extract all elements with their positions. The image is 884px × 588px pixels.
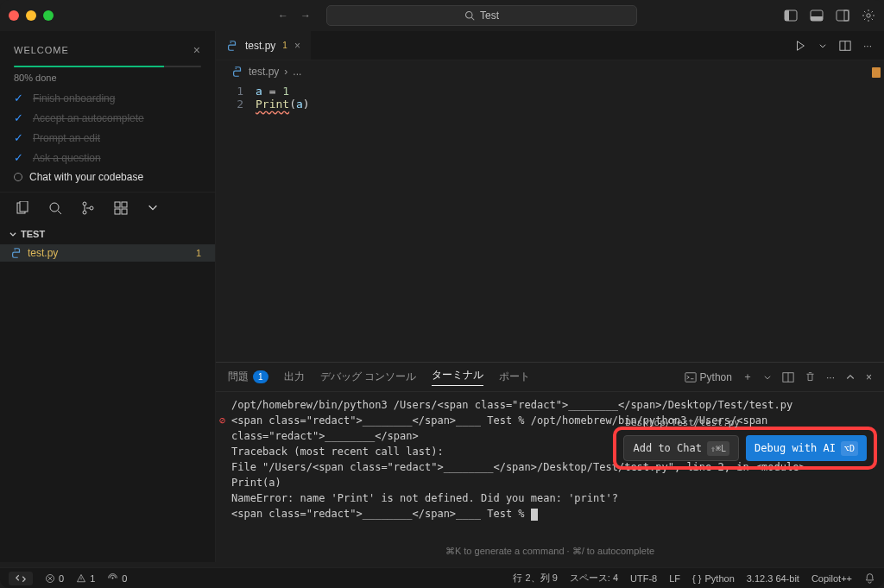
- close-icon[interactable]: ×: [193, 43, 201, 57]
- chevron-down-icon[interactable]: [818, 41, 827, 50]
- status-language[interactable]: { } Python: [692, 573, 735, 584]
- breadcrumb-sep: ›: [284, 66, 287, 78]
- status-spaces[interactable]: スペース: 4: [570, 572, 618, 585]
- panel-tabs: 問題 1 出力 デバッグ コンソール ターミナル ポート Python ＋ ·: [216, 363, 884, 392]
- tab-output[interactable]: 出力: [284, 370, 305, 384]
- svg-line-12: [58, 211, 61, 214]
- search-icon[interactable]: [48, 201, 62, 215]
- maximize-window-icon[interactable]: [43, 10, 54, 21]
- layout-secondary-icon[interactable]: [836, 9, 849, 22]
- terminal-line: /opt/homebrew/bin/python3 /Users/<span c…: [231, 397, 875, 413]
- settings-gear-icon[interactable]: [862, 9, 875, 22]
- status-interpreter[interactable]: 3.12.3 64-bit: [747, 573, 799, 584]
- welcome-check-item[interactable]: ✓Finish onboarding: [14, 92, 201, 104]
- trash-icon[interactable]: [805, 371, 816, 383]
- notifications-icon[interactable]: [864, 572, 875, 584]
- svg-point-15: [90, 206, 93, 210]
- check-icon: ✓: [14, 111, 26, 124]
- code-editor[interactable]: 1a = 12Print(a): [216, 83, 884, 112]
- kbd-shortcut: ⇧⌘L: [707, 441, 729, 456]
- minimize-window-icon[interactable]: [26, 10, 36, 21]
- python-file-icon: [231, 66, 243, 78]
- status-errors[interactable]: 0: [45, 573, 64, 584]
- progress-label: 80% done: [14, 73, 201, 83]
- more-icon[interactable]: ···: [863, 40, 872, 52]
- welcome-check-item[interactable]: ✓Prompt an edit: [14, 131, 201, 144]
- layout-primary-icon[interactable]: [784, 9, 798, 22]
- titlebar: ← → Test: [0, 0, 884, 31]
- split-editor-icon[interactable]: [839, 40, 851, 52]
- welcome-panel: WELCOME × 80% done ✓Finish onboarding✓Ac…: [0, 31, 215, 192]
- svg-rect-17: [122, 202, 127, 207]
- chevron-down-icon: [9, 230, 17, 238]
- close-panel-icon[interactable]: ×: [866, 371, 872, 383]
- terminal-body[interactable]: /opt/homebrew/bin/python3 /Users/<span c…: [216, 392, 884, 562]
- source-control-icon[interactable]: [81, 201, 95, 215]
- svg-point-11: [50, 203, 59, 212]
- tab-ports[interactable]: ポート: [499, 370, 530, 384]
- tab-dirty-badge: 1: [282, 41, 287, 50]
- welcome-check-item[interactable]: ✓Accept an autocomplete: [14, 111, 201, 124]
- kbd-shortcut: ⌥D: [841, 441, 858, 456]
- minimap-marker[interactable]: [872, 67, 881, 78]
- close-window-icon[interactable]: [9, 10, 19, 21]
- python-file-icon: [10, 247, 22, 259]
- explorer-icon[interactable]: [16, 201, 29, 215]
- chevron-up-icon[interactable]: [845, 372, 856, 383]
- status-warnings[interactable]: 1: [76, 573, 95, 584]
- command-center[interactable]: Test: [326, 5, 637, 26]
- titlebar-right: [784, 9, 875, 22]
- chevron-down-icon[interactable]: [763, 373, 772, 382]
- terminal-profile-label[interactable]: Python: [685, 371, 732, 383]
- chevron-down-icon[interactable]: [147, 201, 159, 215]
- new-terminal-icon[interactable]: ＋: [742, 370, 753, 384]
- tab-debug-console[interactable]: デバッグ コンソール: [320, 370, 416, 384]
- progress-bar: [14, 66, 201, 67]
- code-line: Print(a): [256, 98, 310, 111]
- nav-back-icon[interactable]: ←: [278, 9, 288, 22]
- status-encoding[interactable]: UTF-8: [630, 573, 657, 584]
- terminal-hint: ⌘K to generate a command · ⌘/ to autocom…: [216, 546, 884, 557]
- tab-test-py[interactable]: test.py 1 ×: [216, 31, 312, 60]
- file-badge: 1: [196, 248, 205, 258]
- svg-point-21: [230, 41, 231, 42]
- tab-close-icon[interactable]: ×: [294, 40, 300, 52]
- extensions-icon[interactable]: [114, 201, 128, 215]
- search-icon: [464, 10, 475, 21]
- svg-rect-3: [785, 10, 789, 21]
- svg-point-30: [112, 578, 114, 579]
- debug-with-ai-button[interactable]: Debug with AI ⌥D: [746, 435, 867, 461]
- status-copilot[interactable]: Copilot++: [811, 573, 852, 584]
- remote-indicator[interactable]: [9, 572, 33, 585]
- more-icon[interactable]: ···: [826, 371, 835, 383]
- layout-panel-icon[interactable]: [810, 9, 824, 22]
- welcome-title: WELCOME: [14, 45, 69, 55]
- check-icon: ✓: [14, 92, 26, 104]
- status-eol[interactable]: LF: [669, 573, 680, 584]
- breadcrumb-symbol: ...: [293, 66, 301, 78]
- tab-terminal[interactable]: ターミナル: [432, 368, 483, 386]
- add-to-chat-button[interactable]: Add to Chat ⇧⌘L: [623, 435, 739, 461]
- popup-path: Desktop/Test/test.py: [625, 416, 739, 431]
- breadcrumb[interactable]: test.py › ...: [216, 60, 884, 83]
- terminal-cursor: [531, 509, 538, 521]
- svg-point-24: [236, 68, 237, 69]
- run-icon[interactable]: [794, 40, 806, 52]
- tab-problems[interactable]: 問題 1: [228, 370, 268, 384]
- status-ports[interactable]: 0: [107, 572, 127, 584]
- svg-rect-10: [20, 201, 28, 212]
- split-terminal-icon[interactable]: [782, 371, 794, 383]
- svg-rect-5: [811, 16, 823, 21]
- welcome-check-item[interactable]: Chat with your codebase: [14, 171, 201, 183]
- line-number: 1: [216, 85, 256, 98]
- code-line: a = 1: [256, 85, 289, 98]
- explorer-root-label: TEST: [21, 229, 45, 239]
- welcome-check-item[interactable]: ✓Ask a question: [14, 151, 201, 164]
- nav-forward-icon[interactable]: →: [300, 9, 311, 22]
- status-cursor[interactable]: 行 2、列 9: [513, 572, 557, 585]
- svg-point-14: [83, 211, 86, 214]
- svg-rect-18: [115, 209, 120, 214]
- radio-icon: [14, 173, 22, 181]
- file-row[interactable]: test.py 1: [0, 244, 215, 262]
- explorer-folder-header[interactable]: TEST: [0, 224, 215, 244]
